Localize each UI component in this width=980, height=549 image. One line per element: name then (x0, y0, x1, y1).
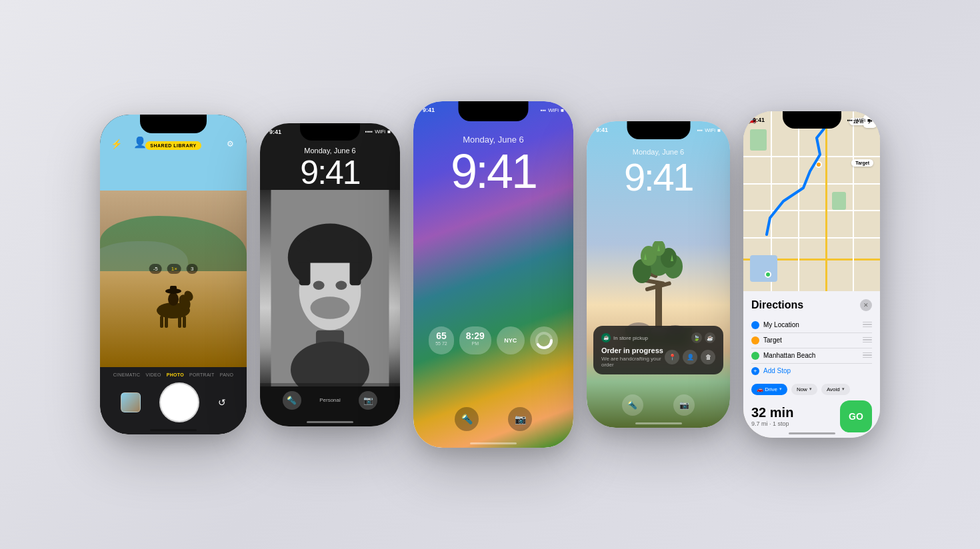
zoom-3x[interactable]: 3 (187, 264, 197, 274)
phones-container: ⚡ SHARED LIBRARY ⚙ 👤 (0, 0, 980, 549)
svg-point-14 (313, 280, 325, 289)
sb-leaf-icon[interactable]: 🍃 (691, 332, 702, 343)
reorder-handle-3[interactable] (863, 352, 872, 359)
home-indicator-3 (470, 442, 517, 444)
my-location-name: My Location (763, 321, 859, 328)
add-stop-text[interactable]: Add Stop (763, 367, 791, 374)
temp-widget: 65 55 72 (429, 326, 454, 354)
flashlight-area: 🔦 (283, 391, 301, 410)
mode-photo[interactable]: PHOTO (167, 372, 184, 377)
mode-portrait[interactable]: PORTRAIT (189, 372, 215, 377)
avoid-chip[interactable]: Avoid ▾ (821, 384, 850, 395)
camera-bg (100, 115, 247, 367)
color-lockscreen-screen: 9:41 ▪▪▪ WiFi ■ Monday, June 6 9:41 65 (413, 101, 573, 448)
sb-subtitle: We are handcrafting your order (601, 356, 665, 368)
bw-lockscreen: Monday, June 6 9:41 (260, 123, 400, 426)
shutter-button[interactable] (161, 384, 198, 421)
bw-time-display: Monday, June 6 9:41 (260, 147, 400, 189)
camera-btn[interactable]: 📷 (359, 391, 377, 410)
target-name: Target (763, 336, 859, 344)
shared-library-badge[interactable]: SHARED LIBRARY (145, 138, 201, 150)
color-clock: 9:41 (413, 147, 573, 195)
now-label: Now (797, 386, 807, 392)
desert-lock-bottom: 🔦 📷 (587, 394, 730, 416)
reorder-handle-2[interactable] (863, 337, 872, 344)
sb-location-icon[interactable]: 📍 (665, 350, 679, 364)
time-info: 32 min 9.7 mi · 1 stop (751, 405, 793, 427)
avoid-arrow: ▾ (842, 386, 845, 392)
manhattan-beach-dot (751, 352, 759, 360)
sb-person-icon[interactable]: 👤 (683, 350, 697, 364)
zoom-controls: -5 1× 3 (149, 264, 198, 274)
wifi-icon: WiFi (375, 129, 385, 135)
face-svg (260, 190, 400, 386)
mode-pano[interactable]: PANO (220, 372, 234, 377)
phone-lockscreen-bw: 9:41 ▪▪▪▪ WiFi ■ Monday, June 6 9:41 (260, 123, 400, 426)
color-lock-bottom: 🔦 📷 (413, 407, 573, 431)
sb-title: Order in progress (601, 346, 665, 354)
desert-time-display: Monday, June 6 9:41 (587, 148, 730, 197)
phone-lockscreen-desert: 9:41 ▪▪▪ WiFi ■ Monday, June 6 9:41 (587, 121, 730, 428)
mode-cinematic[interactable]: CINEMATIC (113, 372, 141, 377)
map-view[interactable]: 12 min Target ↗ 🚗 (743, 111, 880, 291)
camera-controls-area: CINEMATIC VIDEO PHOTO PORTRAIT PANO ↺ (100, 367, 247, 434)
go-button[interactable]: GO (840, 400, 872, 432)
signal-icon-5: ▪▪▪ (847, 117, 853, 123)
camera-screen: ⚡ SHARED LIBRARY ⚙ 👤 (100, 115, 247, 434)
status-icons-3: ▪▪▪ WiFi ■ (541, 107, 564, 113)
wifi-icon-5: WiFi (855, 117, 865, 123)
color-camera-btn[interactable]: 📷 (508, 407, 532, 431)
flash-icon[interactable]: ⚡ (108, 136, 124, 152)
settings-icon[interactable]: ⚙ (223, 136, 239, 152)
city-label: NYC (504, 337, 517, 344)
travel-distance: 9.7 mi · 1 stop (751, 420, 793, 427)
wifi-icon-4: WiFi (705, 127, 715, 133)
drive-arrow: ▾ (779, 386, 782, 392)
now-chip[interactable]: Now ▾ (791, 384, 817, 395)
lock-label: Personal (319, 397, 341, 403)
phone-lockscreen-color: 9:41 ▪▪▪ WiFi ■ Monday, June 6 9:41 65 (413, 101, 573, 448)
sb-right-icons: 📍 👤 🗑 (665, 350, 715, 364)
directions-bottom: 32 min 9.7 mi · 1 stop GO (751, 400, 872, 432)
desert-clock: 9:41 (587, 158, 730, 197)
flip-camera-icon[interactable]: ↺ (218, 397, 226, 408)
map-background: 12 min Target ↗ 🚗 (743, 111, 880, 291)
zoom-1x[interactable]: 1× (167, 264, 181, 274)
desert-flashlight-btn[interactable]: 🔦 (622, 394, 643, 416)
photo-thumbnail[interactable] (121, 392, 141, 412)
stop-target: Target (751, 333, 872, 348)
camera-viewfinder: -5 1× 3 (100, 115, 247, 367)
flashlight-btn[interactable]: 🔦 (283, 391, 301, 410)
personal-label-area: Personal (319, 397, 341, 403)
camera-area: 📷 (359, 391, 377, 410)
avoid-label: Avoid (827, 386, 840, 392)
stop-manhattan-beach: Manhattan Beach (751, 348, 872, 364)
target-dot (751, 336, 759, 344)
home-indicator-5 (789, 432, 835, 434)
status-bar-5: 9:41 ▪▪▪ WiFi ■ (743, 117, 880, 123)
zoom-minus5[interactable]: -5 (149, 264, 162, 274)
maps-screen: 9:41 ▪▪▪ WiFi ■ (743, 111, 880, 438)
reorder-handle-1[interactable] (863, 322, 872, 328)
status-time-5: 9:41 (753, 117, 765, 123)
sb-cup-icon[interactable]: ☕ (705, 332, 715, 343)
battery-icon-3: ■ (561, 107, 564, 113)
starbucks-icon: ☕ (601, 333, 611, 342)
sb-trash-icon[interactable]: 🗑 (701, 350, 715, 364)
svg-rect-1 (160, 316, 163, 328)
status-icons-5: ▪▪▪ WiFi ■ (847, 117, 871, 123)
directions-panel: Directions ✕ My Location (743, 291, 880, 438)
circle-widget (530, 326, 558, 354)
close-directions-btn[interactable]: ✕ (860, 299, 872, 311)
drive-chip[interactable]: 🚗 Drive ▾ (751, 384, 787, 395)
stop-my-location: My Location (751, 318, 872, 333)
desert-camera-btn[interactable]: 📷 (673, 394, 695, 416)
color-flashlight-btn[interactable]: 🔦 (455, 407, 479, 431)
travel-time: 32 min (751, 405, 793, 420)
bw-lock-bottom: 🔦 Personal 📷 (260, 383, 400, 426)
temp-value: 65 (436, 330, 447, 341)
temp-range: 55 72 (435, 341, 447, 346)
mode-video[interactable]: VIDEO (145, 372, 161, 377)
svg-rect-2 (165, 314, 168, 328)
lockscreen-bw-screen: 9:41 ▪▪▪▪ WiFi ■ Monday, June 6 9:41 (260, 123, 400, 426)
